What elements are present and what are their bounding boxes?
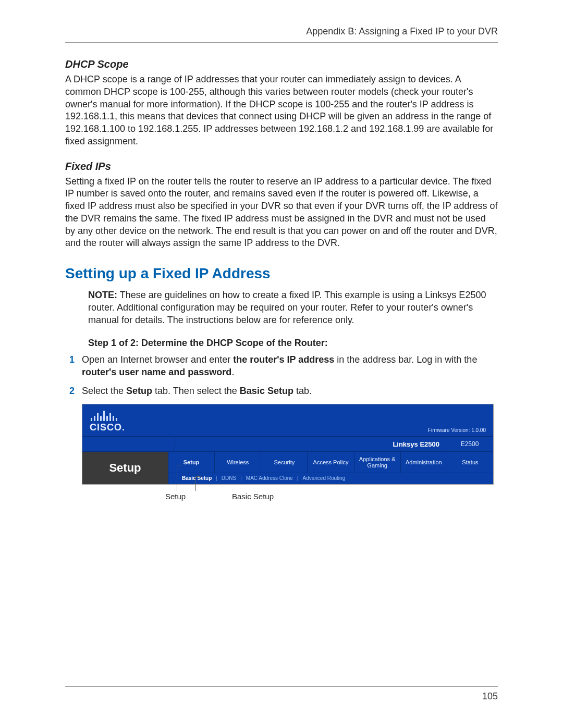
callout-line [177, 465, 182, 465]
sub-tabs: Basic Setup | DDNS | MAC Address Clone |… [168, 473, 493, 484]
step-item-1: 1 Open an Internet browser and enter the… [65, 354, 498, 379]
router-screenshot: CISCO. Firmware Version: 1.0.00 Linksys … [82, 404, 494, 505]
main-tabs: Setup Wireless Security Access Policy Ap… [168, 452, 493, 473]
section-title: Setting up a Fixed IP Address [65, 265, 498, 282]
step-number: 1 [65, 354, 75, 379]
subtab-mac-clone[interactable]: MAC Address Clone [242, 475, 297, 481]
tab-status[interactable]: Status [447, 452, 493, 473]
step2-bold1: Setup [126, 386, 152, 396]
step1-post: . [231, 367, 234, 377]
step-heading: Step 1 of 2: Determine the DHCP Scope of… [88, 338, 498, 349]
cisco-brand-text: CISCO. [90, 422, 125, 433]
step-item-2: 2 Select the Setup tab. Then select the … [65, 385, 498, 398]
step1-bold2: router's user name and password [82, 367, 231, 377]
step-number: 2 [65, 385, 75, 398]
subtab-ddns[interactable]: DDNS [217, 475, 240, 481]
fixed-ips-body: Setting a fixed IP on the router tells t… [65, 176, 498, 250]
note-label: NOTE: [88, 290, 117, 300]
callout-setup-label: Setup [165, 492, 186, 501]
step1-bold1: the router's IP address [233, 354, 334, 365]
callout-line [177, 465, 177, 491]
page-header: Appendix B: Assigning a Fixed IP to your… [65, 26, 498, 42]
tab-access-policy[interactable]: Access Policy [308, 452, 354, 473]
dhcp-scope-heading: DHCP Scope [65, 58, 498, 70]
tab-applications-gaming[interactable]: Applications & Gaming [354, 452, 401, 473]
step1-pre: Open an Internet browser and enter [82, 354, 233, 365]
tab-setup[interactable]: Setup [168, 452, 215, 473]
firmware-version: Firmware Version: 1.0.00 [428, 427, 486, 433]
step1-mid: in the address bar. Log in with the [334, 354, 477, 365]
step2-bold2: Basic Setup [240, 386, 293, 396]
setup-section-label: Setup [82, 452, 168, 484]
cisco-logo: CISCO. [90, 410, 125, 433]
tab-wireless[interactable]: Wireless [215, 452, 261, 473]
step2-post: tab. [293, 386, 312, 396]
page-number: 105 [65, 691, 498, 702]
tab-security[interactable]: Security [261, 452, 308, 473]
callout-basic-setup-label: Basic Setup [232, 492, 274, 501]
callout-line [195, 476, 196, 491]
tab-administration[interactable]: Administration [401, 452, 447, 473]
fixed-ips-heading: Fixed IPs [65, 161, 498, 172]
dhcp-scope-body: A DHCP scope is a range of IP addresses … [65, 73, 498, 148]
note-block: NOTE: These are guidelines on how to cre… [88, 289, 498, 326]
subtab-advanced-routing[interactable]: Advanced Routing [298, 475, 349, 481]
header-rule [65, 42, 498, 43]
note-body: These are guidelines on how to create a … [88, 290, 486, 325]
cisco-bars-icon [91, 410, 117, 421]
callout-line [195, 476, 201, 477]
model-code: E2500 [446, 437, 493, 451]
footer-rule [65, 686, 498, 687]
step2-pre: Select the [82, 386, 126, 396]
step2-mid: tab. Then select the [152, 386, 240, 396]
model-name: Linksys E2500 [175, 437, 446, 451]
